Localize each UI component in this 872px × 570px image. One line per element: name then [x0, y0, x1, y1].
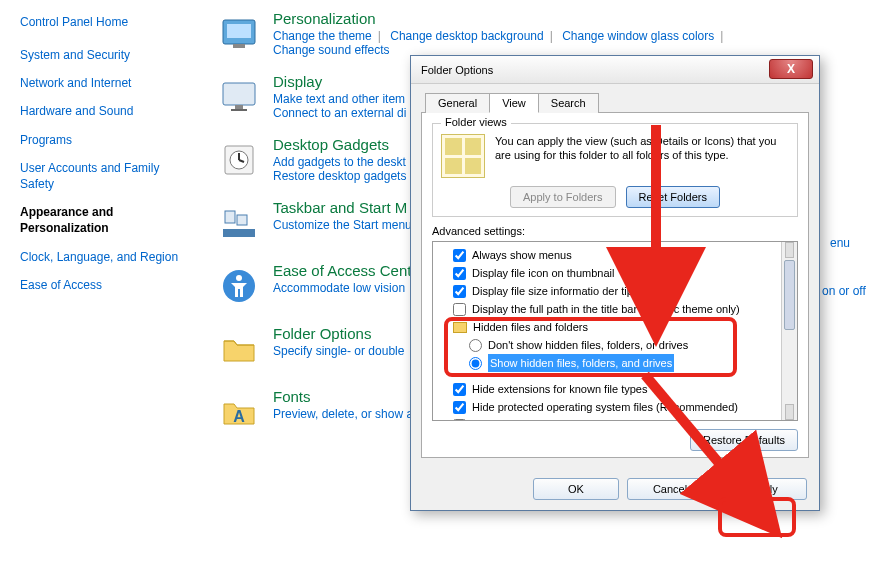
adv-display-file-size[interactable]: Display file size informatio der tips	[439, 282, 791, 300]
sidebar-item-network-internet[interactable]: Network and Internet	[20, 75, 195, 91]
link-change-glass-colors[interactable]: Change window glass colors	[562, 29, 714, 43]
personalization-links: Change the theme| Change desktop backgro…	[273, 29, 862, 57]
bg-peek-enu: enu	[830, 236, 850, 250]
folder-views-group: Folder views You can apply the view (suc…	[432, 123, 798, 217]
svg-rect-12	[237, 215, 247, 225]
folder-icon	[453, 322, 467, 333]
sidebar-item-system-security[interactable]: System and Security	[20, 47, 195, 63]
link-preview-fonts[interactable]: Preview, delete, or show a	[273, 407, 413, 421]
apply-button[interactable]: Apply	[721, 478, 807, 500]
tab-search[interactable]: Search	[538, 93, 599, 113]
advanced-scrollbar[interactable]	[781, 242, 797, 420]
tab-panel-view: Folder views You can apply the view (suc…	[421, 113, 809, 458]
control-panel-sidebar: Control Panel Home System and Security N…	[20, 15, 195, 305]
adv-display-file-icon[interactable]: Display file icon on thumbnail	[439, 264, 791, 282]
chk-display-file-icon[interactable]	[453, 267, 466, 280]
link-accommodate-low-vision[interactable]: Accommodate low vision	[273, 281, 405, 295]
link-customize-start-menu[interactable]: Customize the Start menu	[273, 218, 412, 232]
adv-display-full-path[interactable]: Display the full path in the title bar (…	[439, 300, 791, 318]
folder-options-dialog: Folder Options X General View Search Fol…	[410, 55, 820, 511]
advanced-settings-label: Advanced settings:	[432, 225, 798, 237]
adv-hide-extensions[interactable]: Hide extensions for known file types	[439, 380, 791, 398]
radio-show-hidden[interactable]	[469, 357, 482, 370]
link-restore-gadgets[interactable]: Restore desktop gadgets	[273, 169, 406, 183]
dialog-tabs: General View Search	[421, 92, 809, 113]
folder-views-legend: Folder views	[441, 116, 511, 128]
svg-rect-4	[235, 105, 243, 109]
reset-folders-button[interactable]: Reset Folders	[626, 186, 720, 208]
sidebar-item-hardware-sound[interactable]: Hardware and Sound	[20, 103, 195, 119]
dialog-close-button[interactable]: X	[769, 59, 813, 79]
chk-hide-protected[interactable]	[453, 401, 466, 414]
personalization-title[interactable]: Personalization	[273, 10, 862, 27]
adv-hidden-group: Hidden files and folders	[439, 318, 791, 336]
bg-peek-onoff: on or off	[822, 284, 866, 298]
adv-hide-protected[interactable]: Hide protected operating system files (R…	[439, 398, 791, 416]
link-make-text-larger[interactable]: Make text and other item	[273, 92, 405, 106]
chk-always-show-menus[interactable]	[453, 249, 466, 262]
fonts-icon: A	[215, 388, 263, 436]
adv-always-show-menus[interactable]: Always show menus	[439, 246, 791, 264]
apply-to-folders-button: Apply to Folders	[510, 186, 615, 208]
chk-display-file-size[interactable]	[453, 285, 466, 298]
tab-view[interactable]: View	[489, 93, 539, 113]
gadgets-icon	[215, 136, 263, 184]
chk-hide-extensions[interactable]	[453, 383, 466, 396]
scrollbar-thumb[interactable]	[784, 260, 795, 330]
svg-rect-10	[223, 229, 255, 237]
svg-text:A: A	[233, 408, 245, 425]
link-change-theme[interactable]: Change the theme	[273, 29, 372, 43]
sidebar-item-user-accounts[interactable]: User Accounts and Family Safety	[20, 160, 195, 192]
sidebar-item-clock-language[interactable]: Clock, Language, and Region	[20, 249, 195, 265]
svg-point-14	[236, 275, 242, 281]
folder-views-icon	[441, 134, 485, 178]
adv-dont-show-hidden[interactable]: Don't show hidden files, folders, or dri…	[439, 336, 791, 354]
cancel-button[interactable]: Cancel	[627, 478, 713, 500]
link-add-gadgets[interactable]: Add gadgets to the deskt	[273, 155, 406, 169]
dialog-titlebar[interactable]: Folder Options X	[411, 56, 819, 84]
link-connect-external-display[interactable]: Connect to an external di	[273, 106, 406, 120]
advanced-settings-list[interactable]: Always show menus Display file icon on t…	[432, 241, 798, 421]
adv-show-hidden[interactable]: Show hidden files, folders, and drives	[439, 354, 791, 372]
ok-button[interactable]: OK	[533, 478, 619, 500]
link-change-desktop-bg[interactable]: Change desktop background	[390, 29, 543, 43]
dialog-title: Folder Options	[421, 64, 493, 76]
sidebar-item-programs[interactable]: Programs	[20, 132, 195, 148]
svg-rect-2	[233, 44, 245, 48]
category-personalization: Personalization Change the theme| Change…	[215, 10, 862, 58]
dialog-footer: OK Cancel Apply	[411, 468, 819, 510]
svg-rect-3	[223, 83, 255, 105]
chk-launch-separate[interactable]	[453, 419, 466, 422]
svg-rect-11	[225, 211, 235, 223]
ease-of-access-icon	[215, 262, 263, 310]
tab-general[interactable]: General	[425, 93, 490, 113]
link-change-sound-effects[interactable]: Change sound effects	[273, 43, 390, 57]
link-specify-click[interactable]: Specify single- or double	[273, 344, 404, 358]
folder-views-text: You can apply the view (such as Details …	[495, 134, 789, 178]
sidebar-item-appearance[interactable]: Appearance and Personalization	[20, 204, 195, 236]
sidebar-item-ease-of-access[interactable]: Ease of Access	[20, 277, 195, 293]
taskbar-icon	[215, 199, 263, 247]
control-panel-home-link[interactable]: Control Panel Home	[20, 15, 195, 29]
personalization-icon	[215, 10, 263, 58]
folder-options-icon	[215, 325, 263, 373]
adv-launch-separate[interactable]: Launch folder windows in a separate proc…	[439, 416, 791, 421]
chk-display-full-path[interactable]	[453, 303, 466, 316]
restore-defaults-button[interactable]: Restore Defaults	[690, 429, 798, 451]
radio-dont-show-hidden[interactable]	[469, 339, 482, 352]
svg-rect-5	[231, 109, 247, 111]
display-icon	[215, 73, 263, 121]
svg-rect-1	[227, 24, 251, 38]
